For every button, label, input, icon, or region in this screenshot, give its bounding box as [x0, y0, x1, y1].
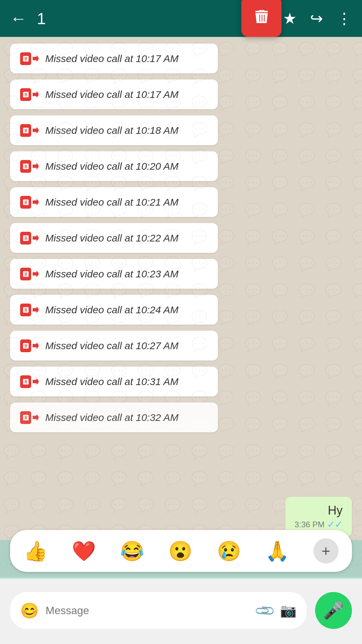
missed-call-icon-7: [20, 266, 39, 281]
missed-call-text-6: Missed video call at 10:22 AM: [45, 232, 178, 244]
laugh-reaction[interactable]: 😂: [120, 540, 144, 562]
missed-call-icon-8: [20, 302, 39, 317]
missed-call-text-4: Missed video call at 10:20 AM: [45, 161, 178, 172]
trash-icon: [252, 8, 271, 26]
missed-call-message-3[interactable]: Missed video call at 10:18 AM: [10, 115, 218, 145]
mic-icon: 🎤: [323, 601, 344, 620]
missed-call-icon-9: [20, 338, 39, 353]
heart-reaction[interactable]: ❤️: [72, 540, 96, 562]
missed-call-icon-4: [20, 159, 39, 174]
more-reactions-button[interactable]: +: [313, 538, 339, 564]
missed-call-message-1[interactable]: Missed video call at 10:17 AM: [10, 44, 218, 73]
missed-call-message-9[interactable]: Missed video call at 10:27 AM: [10, 331, 218, 361]
forward-icon[interactable]: ↪: [310, 9, 323, 28]
cry-reaction[interactable]: 😢: [217, 540, 241, 562]
chat-messages: Missed video call at 10:17 AM Missed vid…: [0, 37, 362, 439]
selected-count: 1: [37, 9, 246, 28]
message-input-box: 😊 📎 📷: [10, 592, 307, 629]
pray-reaction[interactable]: 🙏: [265, 540, 289, 562]
missed-call-text-3: Missed video call at 10:18 AM: [45, 125, 178, 136]
input-area: 😊 📎 📷 🎤: [0, 577, 362, 644]
missed-call-icon: [20, 51, 39, 66]
sent-message-text: Hy: [328, 503, 343, 518]
back-button[interactable]: ←: [10, 9, 27, 28]
missed-call-message-10[interactable]: Missed video call at 10:31 AM: [10, 367, 218, 396]
missed-call-message-5[interactable]: Missed video call at 10:21 AM: [10, 187, 218, 217]
read-receipt-icon: ✓✓: [327, 519, 343, 530]
mic-button[interactable]: 🎤: [315, 592, 352, 629]
missed-call-icon-11: [20, 410, 39, 425]
message-input[interactable]: [46, 604, 250, 617]
missed-call-icon-10: [20, 374, 39, 389]
missed-call-text-5: Missed video call at 10:21 AM: [45, 197, 178, 208]
message-time: 3:36 PM: [295, 520, 324, 529]
wow-reaction[interactable]: 😮: [168, 540, 192, 562]
more-options-icon[interactable]: ⋮: [337, 9, 352, 28]
missed-call-message-4[interactable]: Missed video call at 10:20 AM: [10, 151, 218, 181]
missed-call-text-11: Missed video call at 10:32 AM: [45, 412, 178, 423]
missed-call-message-7[interactable]: Missed video call at 10:23 AM: [10, 259, 218, 289]
star-icon[interactable]: ★: [283, 9, 297, 28]
missed-call-text-7: Missed video call at 10:23 AM: [45, 268, 178, 280]
message-meta: 3:36 PM ✓✓: [295, 519, 343, 530]
missed-call-message-2[interactable]: Missed video call at 10:17 AM: [10, 79, 218, 109]
header: ← 1 ↩ ★ ↪ ⋮: [0, 0, 362, 37]
missed-call-message-8[interactable]: Missed video call at 10:24 AM: [10, 295, 218, 325]
thumbs-up-reaction[interactable]: 👍: [23, 540, 48, 562]
delete-button[interactable]: [241, 0, 282, 37]
missed-call-icon-6: [20, 230, 39, 246]
missed-call-text-10: Missed video call at 10:31 AM: [45, 376, 178, 387]
missed-call-icon-2: [20, 87, 39, 102]
attachment-icon[interactable]: 📎: [253, 599, 277, 622]
reaction-bar: 👍 ❤️ 😂 😮 😢 🙏 +: [10, 530, 352, 572]
missed-call-message-11[interactable]: Missed video call at 10:32 AM: [10, 402, 218, 432]
missed-call-text-2: Missed video call at 10:17 AM: [45, 89, 178, 100]
missed-call-text-9: Missed video call at 10:27 AM: [45, 340, 178, 352]
missed-call-text: Missed video call at 10:17 AM: [45, 53, 178, 64]
camera-icon[interactable]: 📷: [280, 603, 297, 619]
missed-call-icon-5: [20, 195, 39, 210]
missed-call-icon-3: [20, 123, 39, 138]
missed-call-message-6[interactable]: Missed video call at 10:22 AM: [10, 223, 218, 253]
emoji-button[interactable]: 😊: [20, 602, 39, 620]
chat-background: Missed video call at 10:17 AM Missed vid…: [0, 37, 362, 577]
missed-call-text-8: Missed video call at 10:24 AM: [45, 304, 178, 316]
